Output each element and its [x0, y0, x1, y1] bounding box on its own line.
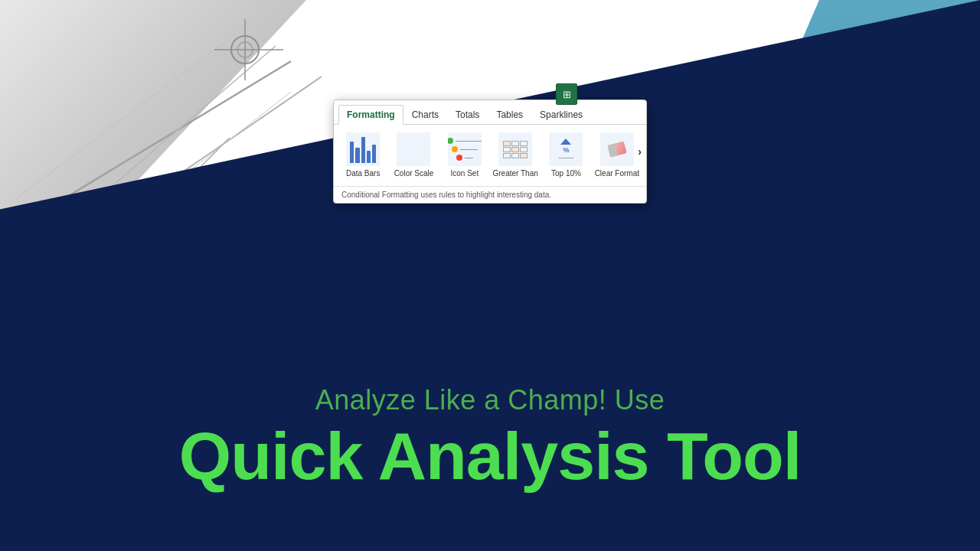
clear-format-label: Clear Format — [595, 169, 639, 178]
excel-popup: ⊞ Formatting Charts Totals Tables Sparkl… — [333, 99, 647, 204]
tab-formatting[interactable]: Formatting — [338, 105, 403, 125]
tab-tables[interactable]: Tables — [488, 105, 531, 125]
eraser-icon — [607, 141, 626, 157]
tab-totals[interactable]: Totals — [447, 105, 488, 125]
greater-than-label: Greater Than — [493, 169, 538, 178]
icon-set-label: Icon Set — [450, 169, 479, 178]
subtitle-text: Analyze Like a Champ! Use — [0, 384, 980, 416]
data-bars-label: Data Bars — [346, 169, 380, 178]
greater-than-icon: › — [498, 132, 532, 166]
data-bars-icon — [346, 132, 380, 166]
option-color-scale[interactable]: Color Scale — [390, 132, 436, 178]
option-clear-format[interactable]: Clear Format — [594, 132, 640, 178]
option-icon-set[interactable]: ────── ──── ── Icon Set — [442, 132, 488, 178]
main-title-text: Quick Analysis Tool — [0, 422, 980, 490]
icon-set-icon: ────── ──── ── — [448, 132, 482, 166]
option-top-10[interactable]: % ──── Top 10% — [543, 132, 589, 178]
main-content: ⊞ Formatting Charts Totals Tables Sparkl… — [0, 0, 980, 551]
top-10-label: Top 10% — [551, 169, 581, 178]
quick-analysis-icon: ⊞ — [556, 83, 577, 105]
option-greater-than[interactable]: › Greater Than — [492, 132, 538, 178]
excel-tabs: Formatting Charts Totals Tables Sparklin… — [334, 100, 646, 125]
color-scale-icon — [397, 132, 430, 166]
top-10-icon: % ──── — [549, 132, 583, 166]
clear-format-icon — [600, 132, 634, 166]
bottom-content: Analyze Like a Champ! Use Quick Analysis… — [0, 384, 980, 490]
tab-charts[interactable]: Charts — [403, 105, 447, 125]
footer-text: Conditional Formatting uses rules to hig… — [341, 191, 551, 199]
tab-sparklines[interactable]: Sparklines — [531, 105, 591, 125]
excel-options: Data Bars Color Scale — [334, 125, 646, 186]
popup-footer: Conditional Formatting uses rules to hig… — [334, 186, 646, 203]
arrow-up-icon — [560, 139, 571, 145]
color-scale-label: Color Scale — [394, 169, 434, 178]
option-data-bars[interactable]: Data Bars — [340, 132, 386, 178]
